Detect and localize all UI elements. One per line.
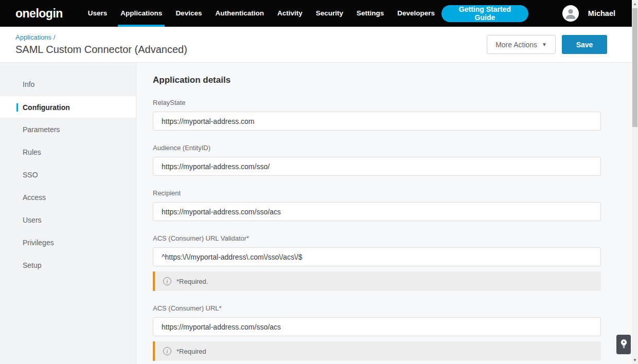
required-notice-text: *Required. (176, 278, 208, 285)
header-titles: Applications / SAML Custom Connector (Ad… (15, 33, 187, 56)
sidebar-item-privileges[interactable]: Privileges (0, 231, 136, 254)
required-notice: i *Required. (153, 271, 601, 291)
acs-url-validator-input[interactable] (153, 247, 601, 266)
user-avatar[interactable] (562, 5, 579, 22)
acs-url-input[interactable] (153, 317, 601, 336)
scroll-down-arrow[interactable]: ▼ (632, 356, 638, 364)
nav-item-activity[interactable]: Activity (271, 0, 309, 27)
recipient-input[interactable] (153, 202, 601, 221)
acs-url-validator-label: ACS (Consumer) URL Validator* (153, 234, 601, 242)
nav-item-applications[interactable]: Applications (114, 0, 169, 27)
user-name[interactable]: Michael (588, 9, 615, 17)
app-sidebar: Info Configuration Parameters Rules SSO … (0, 63, 136, 364)
chevron-down-icon: ▼ (542, 42, 547, 47)
page-header: Applications / SAML Custom Connector (Ad… (0, 27, 638, 63)
nav-item-devices[interactable]: Devices (169, 0, 208, 27)
sidebar-item-sso[interactable]: SSO (0, 163, 136, 186)
info-icon: i (163, 277, 171, 285)
top-navbar: onelogin Users Applications Devices Auth… (0, 0, 638, 27)
nav-item-authentication[interactable]: Authentication (208, 0, 271, 27)
save-button[interactable]: Save (562, 35, 607, 54)
help-lightbulb-button[interactable] (616, 335, 631, 354)
section-title: Application details (153, 75, 601, 85)
nav-item-developers[interactable]: Developers (391, 0, 441, 27)
navbar-right-cluster: Getting Started Guide Michael (441, 0, 623, 27)
nav-item-settings[interactable]: Settings (350, 0, 391, 27)
scrollbar-thumb[interactable] (632, 8, 637, 127)
relaystate-label: RelayState (153, 99, 601, 106)
more-actions-button[interactable]: More Actions ▼ (487, 35, 556, 54)
lightbulb-icon (620, 339, 628, 351)
scroll-up-arrow[interactable]: ▲ (632, 0, 638, 8)
field-relaystate: RelayState (153, 99, 601, 131)
sidebar-item-rules[interactable]: Rules (0, 141, 136, 163)
sidebar-item-info[interactable]: Info (0, 73, 136, 96)
info-icon: i (163, 347, 171, 355)
body-row: Info Configuration Parameters Rules SSO … (0, 63, 638, 364)
nav-item-users[interactable]: Users (81, 0, 114, 27)
onelogin-logo: onelogin (15, 7, 63, 21)
primary-nav: Users Applications Devices Authenticatio… (81, 0, 441, 27)
header-actions: More Actions ▼ Save (487, 35, 607, 54)
field-recipient: Recipient (153, 189, 601, 221)
sidebar-item-access[interactable]: Access (0, 186, 136, 209)
field-acs-url: ACS (Consumer) URL* i *Required (153, 304, 601, 361)
required-notice: i *Required (153, 341, 601, 361)
sidebar-item-users[interactable]: Users (0, 209, 136, 231)
field-acs-url-validator: ACS (Consumer) URL Validator* i *Require… (153, 234, 601, 291)
required-notice-text: *Required (176, 348, 206, 355)
acs-url-label: ACS (Consumer) URL* (153, 304, 601, 312)
audience-label: Audience (EntityID) (153, 144, 601, 152)
getting-started-guide-button[interactable]: Getting Started Guide (441, 5, 528, 22)
main-content: Application details RelayState Audience … (136, 63, 638, 364)
relaystate-input[interactable] (153, 112, 601, 131)
sidebar-item-setup[interactable]: Setup (0, 254, 136, 277)
sidebar-item-parameters[interactable]: Parameters (0, 118, 136, 141)
audience-input[interactable] (153, 157, 601, 176)
breadcrumb[interactable]: Applications / (15, 33, 187, 41)
nav-item-security[interactable]: Security (309, 0, 350, 27)
page-title: SAML Custom Connector (Advanced) (15, 44, 187, 56)
field-audience: Audience (EntityID) (153, 144, 601, 176)
vertical-scrollbar: ▲ ▼ (632, 0, 638, 364)
more-actions-label: More Actions (495, 41, 537, 49)
sidebar-item-configuration[interactable]: Configuration (0, 96, 136, 118)
recipient-label: Recipient (153, 189, 601, 197)
